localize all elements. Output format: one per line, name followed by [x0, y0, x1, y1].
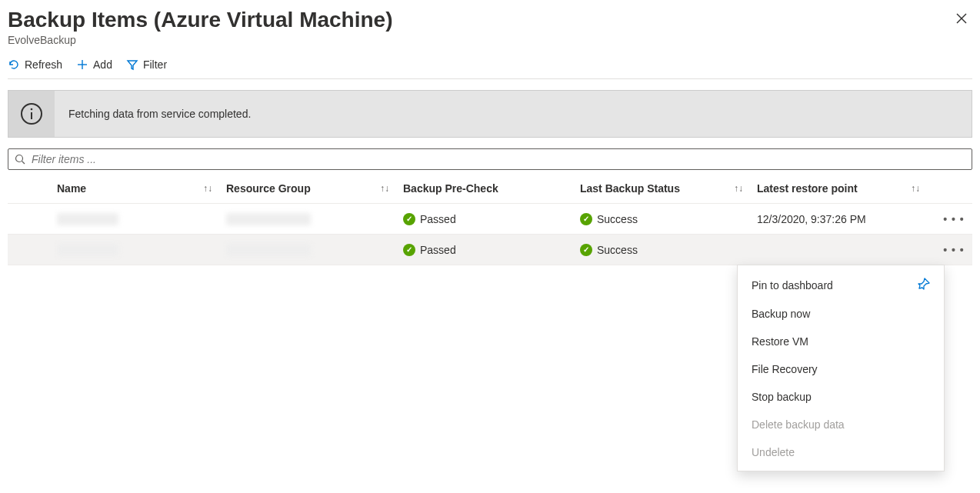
precheck-status: ✓Passed — [403, 213, 456, 225]
precheck-status: ✓Passed — [403, 244, 456, 256]
page-title: Backup Items (Azure Virtual Machine) — [8, 8, 393, 32]
filter-icon — [126, 58, 138, 71]
sort-icon: ↑↓ — [380, 183, 397, 194]
context-menu: Pin to dashboard Backup now Restore VM F… — [737, 265, 945, 273]
cell-rg-redacted — [226, 213, 311, 225]
banner-message: Fetching data from service completed. — [55, 108, 251, 120]
column-last-status[interactable]: Last Backup Status↑↓ — [577, 178, 754, 199]
info-icon — [8, 91, 55, 137]
table-row[interactable]: ✓Passed ✓Success 12/3/2020, 9:37:26 PM •… — [8, 204, 972, 235]
info-banner: Fetching data from service completed. — [8, 90, 972, 138]
check-icon: ✓ — [403, 213, 415, 225]
svg-point-8 — [16, 155, 23, 162]
close-icon — [955, 12, 968, 25]
page-subtitle: EvolveBackup — [8, 34, 393, 46]
search-icon — [15, 154, 25, 165]
column-restore-point[interactable]: Latest restore point↑↓ — [754, 178, 931, 199]
search-box[interactable] — [8, 148, 972, 170]
add-button[interactable]: Add — [76, 58, 112, 71]
filter-button[interactable]: Filter — [126, 58, 167, 71]
filter-label: Filter — [143, 58, 167, 71]
svg-marker-4 — [128, 61, 137, 69]
more-button[interactable]: • • • — [931, 208, 977, 230]
refresh-icon — [8, 58, 20, 71]
cell-rg-redacted — [226, 244, 311, 256]
close-button[interactable] — [951, 8, 972, 29]
check-icon: ✓ — [403, 244, 415, 256]
check-icon: ✓ — [580, 244, 592, 256]
last-backup-status: ✓Success — [580, 244, 638, 256]
add-label: Add — [93, 58, 112, 71]
sort-icon: ↑↓ — [911, 183, 928, 194]
column-precheck[interactable]: Backup Pre-Check — [400, 178, 577, 199]
cell-restore-point: 12/3/2020, 9:37:26 PM — [757, 213, 866, 225]
last-backup-status: ✓Success — [580, 213, 638, 225]
plus-icon — [76, 58, 88, 71]
more-button[interactable]: • • • — [931, 239, 977, 261]
svg-point-6 — [31, 108, 33, 111]
svg-line-9 — [22, 162, 25, 165]
column-name[interactable]: Name↑↓ — [54, 178, 223, 199]
sort-icon: ↑↓ — [734, 183, 751, 194]
cell-name-redacted — [57, 244, 118, 256]
refresh-button[interactable]: Refresh — [8, 58, 62, 71]
menu-pin-to-dashboard[interactable]: Pin to dashboard — [738, 270, 944, 273]
cell-name-redacted — [57, 213, 118, 225]
toolbar: Refresh Add Filter — [8, 55, 972, 79]
search-input[interactable] — [30, 152, 965, 166]
table-header: Name↑↓ Resource Group↑↓ Backup Pre-Check… — [8, 173, 972, 204]
sort-icon: ↑↓ — [203, 183, 220, 194]
table-row[interactable]: ✓Passed ✓Success • • • — [8, 235, 972, 265]
check-icon: ✓ — [580, 213, 592, 225]
refresh-label: Refresh — [25, 58, 62, 71]
column-resource-group[interactable]: Resource Group↑↓ — [223, 178, 400, 199]
